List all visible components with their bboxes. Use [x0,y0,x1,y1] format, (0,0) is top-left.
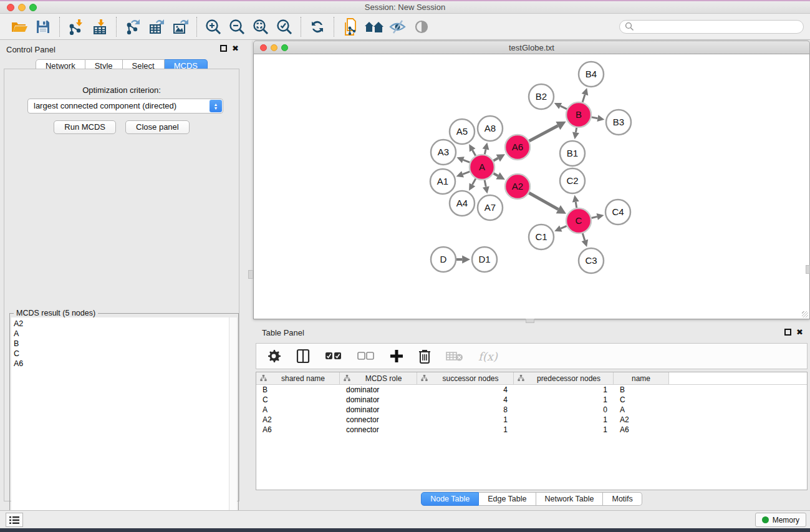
close-window-button[interactable] [7,4,14,11]
table-close-icon[interactable]: ✖ [796,327,803,337]
network-maximize-button[interactable] [281,44,288,51]
network-graph[interactable]: AA1A2A3A4A5A6A7A8BB1B2B3B4CC1C2C3C4DD1 [254,54,809,318]
column-header-MCDS-role[interactable]: MCDS role [340,372,417,384]
close-panel-icon[interactable]: ✖ [232,44,239,53]
hide-selected-button[interactable] [386,16,410,37]
network-minimize-button[interactable] [271,44,277,51]
edge-A-A5[interactable] [473,150,476,156]
result-item[interactable]: A2 [14,319,229,329]
edge-C-C4[interactable] [591,216,597,218]
split-table-button[interactable] [296,349,310,364]
edge-A-A4[interactable] [472,178,475,185]
task-history-button[interactable] [6,513,23,527]
tab-edge-table[interactable]: Edge Table [479,492,536,506]
arrowhead [483,186,489,193]
right-splitter-handle[interactable] [806,265,810,274]
result-item[interactable]: A [14,329,229,339]
table-row[interactable]: Bdominator41B [256,385,807,395]
column-header-name[interactable]: name [614,372,669,384]
function-builder-button-disabled: f(x) [478,350,498,363]
show-all-button[interactable] [410,16,433,37]
close-panel-button[interactable]: Close panel [125,120,190,134]
left-splitter-handle[interactable] [248,270,253,279]
save-session-button[interactable] [31,16,55,37]
network-canvas[interactable]: AA1A2A3A4A5A6A7A8BB1B2B3B4CC1C2C3C4DD1 [253,54,810,319]
result-item[interactable]: C [14,349,229,359]
edge-A2-C[interactable] [529,193,558,209]
delete-table-button-disabled [446,351,463,362]
memory-button[interactable]: Memory [755,513,806,527]
zoom-in-button[interactable] [201,16,225,37]
result-item[interactable]: A6 [14,359,229,369]
edge-B-B1[interactable] [576,128,576,133]
edge-B-B3[interactable] [592,117,598,118]
edge-C-C2[interactable] [576,202,576,208]
column-header-shared-name[interactable]: shared name [256,372,340,384]
cell-MCDS-role: dominator [340,395,417,405]
edge-B-B2[interactable] [561,106,567,109]
edge-A-A8[interactable] [485,149,486,154]
result-item[interactable]: B [14,339,229,349]
horizontal-splitter-handle[interactable] [526,319,534,323]
tab-network-table[interactable]: Network Table [536,492,604,506]
toolbar-separator [59,17,60,37]
table-row[interactable]: A6connector11A6 [256,425,807,435]
network-from-selection-button[interactable] [339,16,362,37]
edge-A-A1[interactable] [463,172,470,174]
table-settings-button[interactable] [268,349,281,363]
minimize-window-button[interactable] [18,4,26,11]
node-label-B3: B3 [613,117,624,127]
edge-A6-B[interactable] [529,126,558,142]
export-table-button[interactable] [145,16,168,37]
deselect-all-rows-button[interactable] [357,352,375,360]
zoom-fit-button[interactable] [249,16,272,37]
cell-predecessor-nodes: 1 [514,415,614,425]
node-label-C4: C4 [612,206,624,217]
table-row[interactable]: Adominator80A [256,405,807,415]
run-mcds-button[interactable]: Run MCDS [54,120,116,134]
result-list-scrollbar[interactable] [229,317,237,526]
zoom-selected-button[interactable] [272,16,296,37]
node-label-A7: A7 [485,202,496,213]
node-label-B4: B4 [586,69,597,79]
edge-A-A3[interactable] [463,160,470,162]
delete-column-button[interactable] [418,349,431,364]
edge-A-A7[interactable] [485,180,486,187]
mcds-result-list[interactable]: A2ABCA6 [11,317,229,526]
open-session-button[interactable] [7,16,31,37]
edge-A-A2[interactable] [493,173,498,176]
table-float-icon[interactable] [784,329,791,336]
tab-node-table[interactable]: Node Table [421,492,479,506]
table-row[interactable]: A2connector11A2 [256,415,807,425]
select-all-rows-button[interactable] [325,352,342,360]
float-panel-icon[interactable] [220,45,227,52]
search-field[interactable] [619,20,804,34]
network-close-button[interactable] [260,44,267,51]
node-table[interactable]: shared nameMCDS rolesuccessor nodesprede… [256,372,808,490]
cell-predecessor-nodes: 1 [514,385,614,395]
toolbar-separator [334,17,334,37]
tab-motifs[interactable]: Motifs [603,492,642,506]
window-resize-grip[interactable] [802,311,808,317]
import-network-icon [68,19,84,35]
import-network-button[interactable] [64,16,88,37]
apply-layout-button[interactable] [306,16,329,37]
maximize-window-button[interactable] [29,4,37,11]
edge-C-C3[interactable] [582,233,585,240]
cell-successor-nodes: 1 [417,425,514,435]
add-column-button[interactable] [390,349,403,363]
zoom-out-button[interactable] [225,16,249,37]
search-input[interactable] [634,21,803,32]
column-header-predecessor-nodes[interactable]: predecessor nodes [514,372,614,384]
column-header-successor-nodes[interactable]: successor nodes [417,372,514,384]
table-row[interactable]: Cdominator41C [256,395,807,405]
import-table-button[interactable] [88,16,112,37]
network-window-titlebar[interactable]: testGlobe.txt [253,41,810,54]
export-image-button[interactable] [168,16,192,37]
edge-A-A6[interactable] [493,158,498,161]
edge-C-C1[interactable] [561,226,566,228]
edge-B-B4[interactable] [582,95,585,102]
criterion-dropdown[interactable]: largest connected component (directed) ▲… [27,99,223,114]
home-view-button[interactable] [362,16,386,37]
export-network-button[interactable] [121,16,145,37]
